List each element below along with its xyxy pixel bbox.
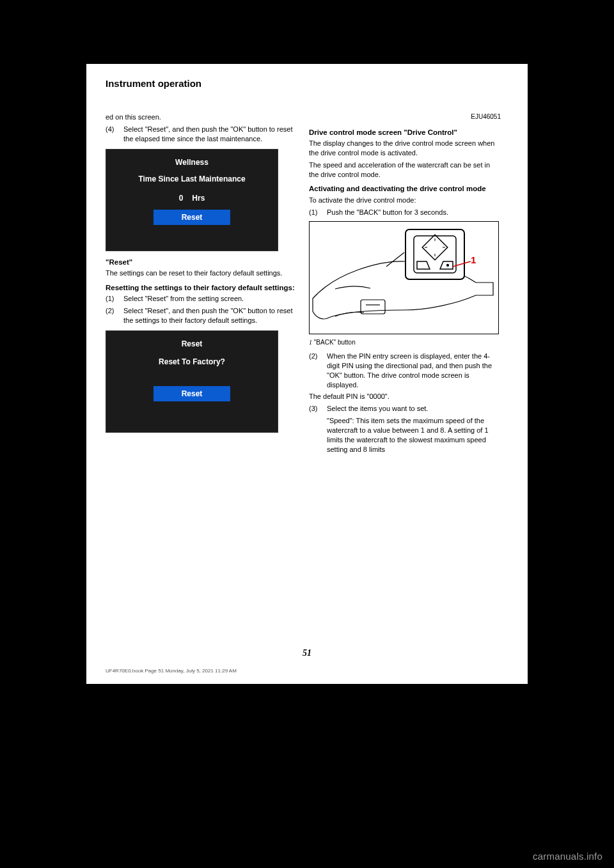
procedure-heading: Activating and deactivating the drive co… — [309, 184, 501, 194]
body-text: To activate the drive control mode: — [309, 196, 501, 205]
screen-value-row: 0 Hrs — [116, 193, 267, 203]
step-text: Select "Reset" from the setting screen. — [123, 295, 244, 302]
page-number: 51 — [303, 648, 311, 658]
step-item: (3) Select the items you want to set. — [327, 404, 501, 414]
screen-value: 0 — [179, 193, 184, 203]
reset-screen: Reset Reset To Factory? Reset — [116, 337, 267, 401]
step-number: (2) — [309, 352, 317, 361]
caption-number: 1 — [309, 339, 312, 346]
screen-subtitle: Reset To Factory? — [116, 357, 267, 367]
screen-title: Reset — [116, 339, 267, 349]
step-item: (1) Push the "BACK" button for 3 seconds… — [327, 208, 501, 217]
svg-rect-0 — [361, 300, 385, 314]
watermark: carmanuals.info — [533, 851, 602, 862]
svg-point-4 — [447, 264, 449, 266]
step-item: (1) Select "Reset" from the setting scre… — [123, 294, 297, 304]
step-text: Select "Reset", and then push the "OK" b… — [123, 125, 293, 143]
handlebar-illustration — [310, 222, 498, 334]
note-text: The default PIN is "0000". — [309, 392, 501, 401]
step-text: Select the items you want to set. — [327, 405, 428, 412]
step-item: (2) When the PIN entry screen is display… — [327, 352, 501, 389]
step-number: (1) — [309, 208, 317, 217]
body-text: The speed and acceleration of the waterc… — [309, 160, 501, 180]
step-text: Push the "BACK" button for 3 seconds. — [327, 208, 448, 216]
screen-subtitle: Time Since Last Maintenance — [116, 174, 267, 184]
step-number: (1) — [106, 294, 114, 304]
step-number: (4) — [106, 125, 114, 134]
callout-number: 1 — [471, 254, 476, 267]
document-footer-code: UF4R70E0.book Page 51 Monday, July 5, 20… — [106, 668, 237, 674]
wellness-screen-figure: Wellness Time Since Last Maintenance 0 H… — [106, 149, 278, 251]
body-text: The settings can be reset to their facto… — [106, 268, 297, 278]
bullet-text: "Speed": This item sets the maximum spee… — [327, 416, 501, 454]
reset-screen-figure: Reset Reset To Factory? Reset — [106, 330, 278, 433]
reset-button[interactable]: Reset — [154, 386, 230, 401]
body-text: ed on this screen. — [106, 112, 297, 122]
heading-code: EJU46051 — [309, 112, 501, 121]
wellness-screen: Wellness Time Since Last Maintenance 0 H… — [116, 156, 267, 226]
procedure-heading: Resetting the settings to their factory … — [106, 283, 297, 293]
right-column: EJU46051 Drive control mode screen "Driv… — [309, 112, 501, 457]
step-item: (4) Select "Reset", and then push the "O… — [123, 125, 297, 144]
body-text: The display changes to the drive control… — [309, 139, 501, 158]
manual-page: Instrument operation ed on this screen. … — [86, 64, 528, 684]
caption-text: "BACK" button — [314, 339, 356, 346]
left-column: ed on this screen. (4) Select "Reset", a… — [106, 112, 297, 439]
reset-button[interactable]: Reset — [154, 210, 230, 225]
step-number: (3) — [309, 404, 317, 414]
screen-title: Wellness — [116, 157, 267, 167]
section-heading: Drive control mode screen "Drive Control… — [309, 128, 501, 138]
figure-caption: 1 "BACK" button — [309, 338, 501, 347]
step-text: When the PIN entry screen is displayed, … — [327, 352, 492, 389]
section-title: "Reset" — [106, 258, 297, 268]
page-header: Instrument operation — [106, 78, 508, 89]
step-number: (2) — [106, 306, 114, 316]
screen-unit: Hrs — [192, 193, 205, 203]
step-text: Select "Reset", and then push the "OK" b… — [123, 307, 293, 324]
back-button-figure: 1 — [309, 221, 499, 334]
step-item: (2) Select "Reset", and then push the "O… — [123, 306, 297, 325]
